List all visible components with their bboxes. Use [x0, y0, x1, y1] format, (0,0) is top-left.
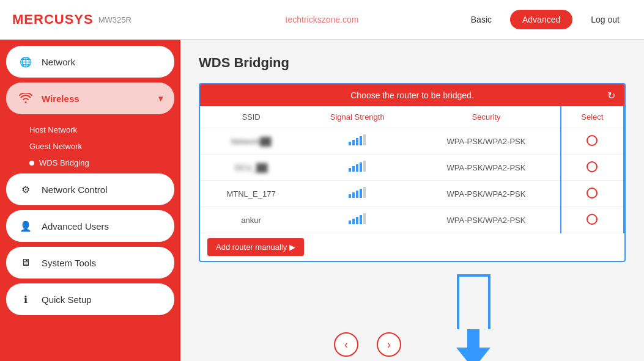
select-cell	[561, 128, 624, 155]
sidebar-item-network-control[interactable]: ⚙ Network Control	[6, 173, 174, 205]
sidebar-item-wireless[interactable]: Wireless ▾	[6, 82, 174, 114]
refresh-icon[interactable]: ↻	[607, 90, 615, 101]
logout-button[interactable]: Log out	[579, 10, 632, 29]
signal-bars-1	[348, 137, 366, 147]
sidebar-item-advanced-users[interactable]: 👤 Advanced Users	[6, 210, 174, 242]
sidebar-label-network-control: Network Control	[42, 184, 108, 195]
sidebar-label-network: Network	[42, 57, 75, 67]
col-signal: Signal Strength	[302, 106, 412, 128]
active-dot	[29, 161, 34, 166]
ssid-blurred-1: Network██	[231, 137, 271, 146]
security-cell: WPA-PSK/WPA2-PSK	[412, 128, 560, 155]
signal-bars-3	[348, 189, 366, 200]
watermark: techtrickszone.com	[286, 15, 359, 24]
sidebar-label-advanced-users: Advanced Users	[42, 221, 109, 232]
svg-rect-18	[360, 215, 362, 224]
svg-rect-12	[356, 191, 358, 198]
signal-bars-4	[348, 216, 366, 226]
wds-table: SSID Signal Strength Security Select Net…	[200, 106, 624, 233]
security-cell: WPA-PSK/WPA2-PSK	[412, 207, 560, 233]
svg-rect-0	[349, 142, 351, 145]
sidebar-item-host-network[interactable]: Host Network	[18, 122, 174, 138]
back-button-container[interactable]: ‹ Back	[334, 332, 358, 361]
svg-rect-8	[360, 162, 362, 172]
next-button-container[interactable]: › Next	[377, 332, 401, 361]
security-cell: WPA-PSK/WPA2-PSK	[412, 181, 560, 207]
security-cell: WPA-PSK/WPA2-PSK	[412, 155, 560, 181]
svg-rect-6	[352, 166, 355, 172]
col-select: Select	[561, 106, 624, 128]
svg-rect-2	[356, 138, 358, 145]
logo-model: MW325R	[98, 15, 131, 24]
header-nav: Basic Advanced Log out	[459, 10, 632, 29]
radio-button-4[interactable]	[587, 214, 598, 225]
advanced-nav-button[interactable]: Advanced	[510, 10, 572, 29]
sidebar-label-quick-setup: Quick Setup	[42, 294, 92, 305]
signal-cell	[302, 128, 412, 155]
ssid-blurred-2: DCU_██	[235, 163, 268, 172]
signal-cell	[302, 181, 412, 207]
svg-rect-5	[349, 168, 351, 172]
network-icon: 🌐	[17, 53, 34, 70]
wds-header-text: Choose the router to be bridged.	[350, 90, 474, 100]
wds-bridging-label: WDS Bridging	[39, 158, 89, 167]
svg-rect-10	[349, 194, 351, 198]
select-cell	[561, 181, 624, 207]
svg-rect-7	[356, 164, 358, 172]
ssid-cell: MTNL_E_177	[200, 181, 302, 207]
svg-rect-9	[363, 161, 366, 172]
ssid-cell: DCU_██	[200, 155, 302, 181]
layout: 🌐 Network Wireless ▾ Host Network Guest …	[0, 40, 644, 361]
signal-cell	[302, 155, 412, 181]
sidebar-item-network[interactable]: 🌐 Network	[6, 46, 174, 78]
sidebar-item-system-tools[interactable]: 🖥 System Tools	[6, 247, 174, 279]
signal-cell	[302, 207, 412, 233]
main-content: WDS Bridging Choose the router to be bri…	[180, 40, 644, 361]
table-row: ankur	[200, 207, 624, 233]
sidebar-item-wds-bridging[interactable]: WDS Bridging	[18, 155, 174, 171]
svg-rect-4	[363, 134, 366, 145]
sidebar-item-quick-setup[interactable]: ℹ Quick Setup	[6, 283, 174, 315]
sidebar-label-wireless: Wireless	[42, 93, 80, 104]
sidebar: 🌐 Network Wireless ▾ Host Network Guest …	[0, 40, 180, 361]
svg-rect-11	[352, 192, 355, 198]
sidebar-label-system-tools: System Tools	[42, 258, 96, 268]
radio-button-2[interactable]	[587, 161, 598, 172]
advanced-users-icon: 👤	[17, 217, 34, 235]
next-circle-icon[interactable]: ›	[377, 332, 401, 357]
table-row: MTNL_E_177	[200, 181, 624, 207]
col-ssid: SSID	[200, 106, 302, 128]
wireless-submenu: Host Network Guest Network WDS Bridging	[6, 119, 174, 173]
svg-rect-1	[352, 140, 355, 145]
table-row: Network██	[200, 128, 624, 155]
system-tools-icon: 🖥	[17, 254, 34, 271]
svg-rect-17	[356, 217, 358, 224]
svg-rect-3	[360, 136, 362, 145]
page-title: WDS Bridging	[199, 55, 626, 71]
guest-network-label: Guest Network	[29, 142, 82, 151]
quick-setup-icon: ℹ	[17, 291, 34, 308]
logo-mercusys: MERCUSYS	[12, 12, 94, 27]
radio-button-3[interactable]	[587, 188, 598, 199]
wds-header-bar: Choose the router to be bridged. ↻	[200, 84, 624, 106]
header: MERCUSYS MW325R techtrickszone.com Basic…	[0, 0, 644, 40]
wireless-icon	[17, 90, 34, 107]
wds-table-container: Choose the router to be bridged. ↻ SSID …	[199, 83, 626, 262]
radio-button-1[interactable]	[587, 135, 598, 146]
add-router-section: Add router manually ▶	[200, 233, 624, 261]
chevron-down-icon: ▾	[158, 93, 163, 104]
sidebar-item-guest-network[interactable]: Guest Network	[18, 138, 174, 155]
svg-rect-16	[352, 219, 355, 224]
basic-nav-button[interactable]: Basic	[459, 10, 504, 29]
bottom-nav: ‹ Back › Next	[199, 274, 626, 361]
network-control-icon: ⚙	[17, 181, 34, 198]
svg-rect-14	[363, 187, 366, 198]
signal-bars-2	[348, 163, 366, 173]
select-cell	[561, 155, 624, 181]
ssid-cell: ankur	[200, 207, 302, 233]
ssid-cell: Network██	[200, 128, 302, 155]
add-router-button[interactable]: Add router manually ▶	[207, 238, 304, 256]
table-row: DCU_██	[200, 155, 624, 181]
svg-rect-13	[360, 189, 362, 198]
back-circle-icon[interactable]: ‹	[334, 332, 358, 357]
